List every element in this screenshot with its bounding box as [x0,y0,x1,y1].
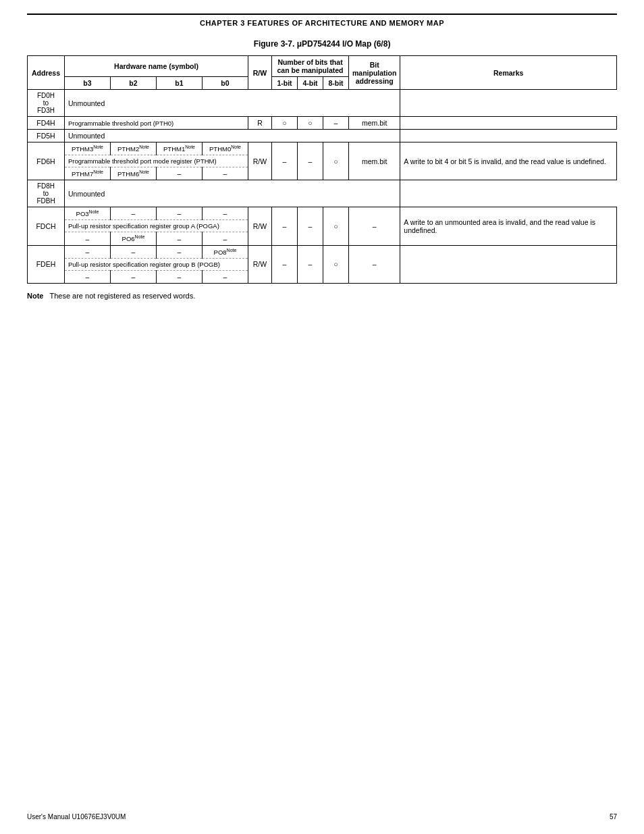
fdeh-4bit: – [298,245,323,283]
header-address: Address [28,56,65,90]
address-fdeh: FDEH [28,245,65,283]
header-bitmanip: Bit manipulation addressing [349,56,400,90]
fdeh-b3: – [65,245,111,258]
note-text: Note These are not registered as reserve… [27,292,617,300]
footer-manual: User's Manual U10676EJ3V0UM [27,813,126,820]
fd4h-8bit: – [323,117,349,130]
fdch-bitmanip: – [349,207,400,245]
fd5h-content: Unmounted [65,130,400,142]
fdch-4bit: – [298,207,323,245]
top-rule [27,14,617,15]
chapter-header: CHAPTER 3 FEATURES OF ARCHITECTURE AND M… [27,19,617,27]
fdch-remarks: A write to an unmounted area is invalid,… [400,207,617,245]
fdch-b2: – [111,207,157,220]
table-row: FDEH – – – PO8Note R/W – – ○ – [28,245,617,258]
header-b2: b2 [111,77,157,90]
fdch-b2-2: PO6Note [111,232,157,245]
fd6h-1bit: – [272,142,298,180]
io-map-table: Address Hardware name (symbol) R/W Numbe… [27,55,617,284]
fdch-1bit: – [272,207,298,245]
footer-page: 57 [610,813,617,820]
fdeh-remarks [400,245,617,283]
fdch-rw: R/W [248,207,272,245]
header-remarks: Remarks [400,56,617,90]
footer: User's Manual U10676EJ3V0UM 57 [0,813,644,820]
fdch-8bit: ○ [323,207,349,245]
fd6h-b2-2: PTHM6Note [111,167,157,180]
fd6h-b1: PTHM1Note [157,142,203,155]
fdeh-b1-2: – [157,270,203,283]
fd6h-4bit: – [298,142,323,180]
fdch-b1-2: – [157,232,203,245]
header-rw: R/W [248,56,272,90]
fd6h-b0: PTHM0Note [203,142,248,155]
fd6h-remarks: A write to bit 4 or bit 5 is invalid, an… [400,142,617,180]
header-4bit: 4-bit [298,77,323,90]
fd0h-content: Unmounted [65,90,400,117]
fdeh-pogb-label: Pull-up resistor specification register … [65,258,248,270]
fdch-b3: PO3Note [65,207,111,220]
address-fd6h: FD6H [28,142,65,180]
fd6h-b3-2: PTHM7Note [65,167,111,180]
header-b3: b3 [65,77,111,90]
table-row: FD6H PTHM3Note PTHM2Note PTHM1Note PTHM0… [28,142,617,155]
fdch-b0-2: – [203,232,248,245]
fdeh-8bit: ○ [323,245,349,283]
fdeh-b1: – [157,245,203,258]
fd6h-pthm-label: Programmable threshold port mode registe… [65,155,248,167]
fdeh-b2-2: – [111,270,157,283]
fd6h-b1-2: – [157,167,203,180]
fd4h-b3: Programmable threshold port (PTH0) [65,117,248,130]
table-row: FD8H to FDBH Unmounted [28,180,617,207]
fd6h-8bit: ○ [323,142,349,180]
fd6h-rw: R/W [248,142,272,180]
fd4h-bitmanip: mem.bit [349,117,400,130]
header-8bit: 8-bit [323,77,349,90]
fd4h-remarks [400,117,617,130]
fdch-b1: – [157,207,203,220]
fdeh-b0: PO8Note [203,245,248,258]
header-b1: b1 [157,77,203,90]
fd6h-b3: PTHM3Note [65,142,111,155]
fdeh-b3-2: – [65,270,111,283]
table-row: FD5H Unmounted [28,130,617,142]
fdeh-b0-2: – [203,270,248,283]
fdeh-1bit: – [272,245,298,283]
fd4h-rw: R [248,117,272,130]
figure-title: Figure 3-7. μPD754244 I/O Map (6/8) [27,39,617,49]
address-fd0h: FD0H to FD3H [28,90,65,117]
fdeh-rw: R/W [248,245,272,283]
fdeh-bitmanip: – [349,245,400,283]
header-b0: b0 [203,77,248,90]
header-1bit: 1-bit [272,77,298,90]
table-row: FDCH PO3Note – – – R/W – – ○ – A write t… [28,207,617,220]
fd6h-b0-2: – [203,167,248,180]
fd6h-b2: PTHM2Note [111,142,157,155]
fdch-b0: – [203,207,248,220]
fd8h-content: Unmounted [65,180,400,207]
header-hw-name: Hardware name (symbol) [65,56,248,77]
fd4h-1bit: ○ [272,117,298,130]
address-fd5h: FD5H [28,130,65,142]
address-fdch: FDCH [28,207,65,245]
address-fd8h: FD8H to FDBH [28,180,65,207]
address-fd4h: FD4H [28,117,65,130]
fdeh-b2: – [111,245,157,258]
fd6h-bitmanip: mem.bit [349,142,400,180]
fdch-poga-label: Pull-up resistor specification register … [65,220,248,232]
table-row: FD4H Programmable threshold port (PTH0) … [28,117,617,130]
fdch-b3-2: – [65,232,111,245]
table-row: FD0H to FD3H Unmounted [28,90,617,117]
header-bits: Number of bits that can be manipulated [272,56,349,77]
fd4h-4bit: ○ [298,117,323,130]
